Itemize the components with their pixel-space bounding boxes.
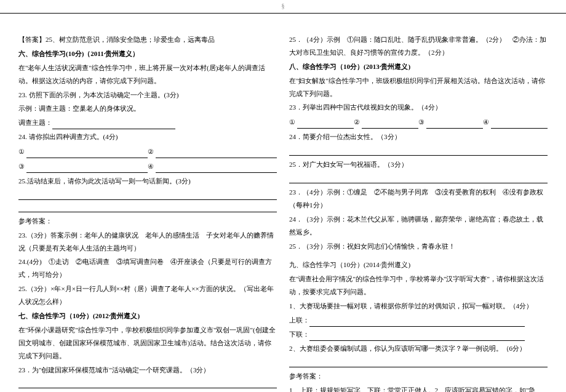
ref-23: 23.（3分）答案示例：老年人的健康状况 老年人的感情生活 子女对老年人的赡养情… (18, 229, 277, 255)
q23-c: 调查主题： (18, 116, 277, 129)
section-7-title: 七、综合性学习（10分）(2012·贵州遵义) (18, 310, 277, 322)
sec9-ref: 参考答案： (289, 370, 548, 383)
section-6-intro: 在"老年人生活状况调查"综合性学习中，班上将开展一次对本村(居)老年人的调查活动… (18, 62, 277, 87)
upper-label: 上联： (289, 316, 309, 324)
q23-b: 示例：调查主题：空巢老人的身体状况。 (18, 102, 277, 115)
q24: 24. 请你拟出四种调查方式。(4分) (18, 130, 277, 143)
num-1: ① (18, 145, 25, 158)
blank (26, 150, 148, 158)
sec8-a24: 24．（3分）示例：花木兰代父从军，驰骋疆场，鄙弃荣华，谢绝高官；春恋故土，载然… (289, 213, 548, 239)
blank-row-1: ① ② (18, 145, 277, 158)
blank (491, 120, 548, 129)
ref-25: 25.（3分）×年×月×日一行几人到××村（居）调查了老年人××方面的状况。（写… (18, 282, 277, 308)
section-9-intro: 在"调查社会用字情况"的综合性学习中，学校将举办"汉字听写大赛"，请你根据这次活… (289, 273, 548, 298)
blank-line (18, 190, 277, 200)
num-4: ④ (148, 160, 154, 173)
blank (156, 150, 277, 158)
sec8-a25: 25．（3分）示例：祝妇女同志们心情愉快，青春永驻！ (289, 240, 548, 253)
sec8-a23: 23．（4分）示例：①缠足 ②不能与男子同席 ③没有受教育的权利 ④没有参政权（… (289, 186, 548, 212)
blank (309, 318, 525, 327)
blank (297, 120, 354, 129)
sec9-q1: 1、大赛现场要挂一幅对联，请根据你所学过的对偶知识，拟写一幅对联。（4分） (289, 300, 548, 313)
num-2: ② (354, 116, 360, 129)
blank (426, 120, 483, 129)
ref-answers-title: 参考答案： (18, 215, 277, 228)
sec7-q23: 23．为"创建国家环保模范城市"活动确定一个研究课题。（3分） (18, 364, 277, 377)
ref-24: 24.(4分) ①走访 ②电话调查 ③填写调查问卷 ④开座谈会（只要是可行的调查… (18, 255, 277, 281)
section-9-title: 九、综合性学习（10分）(2014·贵州遵义) (289, 258, 548, 271)
blank (362, 120, 418, 129)
sec9-dn: 下联： (289, 328, 548, 341)
right-column: 25．（4分）示例 ①问题：随口乱吐、随手乱扔现象非常普遍。（2分） ②办法：加… (289, 32, 548, 392)
q25: 25.活动结束后，请你为此次活动写一则一句话新闻。(3分) (18, 175, 277, 188)
sec8-q24: 24．简要介绍一位杰出女性。（3分） (289, 130, 548, 143)
blank-line (52, 121, 175, 129)
sec7-a25: 25．（4分）示例 ①问题：随口乱吐、随手乱扔现象非常普遍。（2分） ②办法：加… (289, 33, 548, 59)
sec9-a1: 1、上联：规规矩矩写字、下联：堂堂正正做人。2、应该听写容易写错的字，如"急躁"… (289, 384, 548, 392)
section-6-title: 六、综合性学习(10分)（2011·贵州遵义） (18, 47, 277, 60)
num-2: ② (148, 145, 154, 158)
blank-line (289, 358, 548, 367)
blank-row-3: ① ② ③ ④ (289, 116, 548, 129)
blank-line (289, 174, 548, 183)
q23-a: 23. 仿照下面的示例，为本次活动确定一个主题。(3分) (18, 89, 277, 102)
blank-line (18, 378, 277, 388)
blank (156, 164, 277, 173)
blank-line (289, 146, 548, 156)
section-8-intro: 在"妇女解放"综合性学习中，班级积极组织同学们开展相关活动。结合这次活动，请你完… (289, 74, 548, 100)
sec8-q23: 23．列举出四种中国古代歧视妇女的现象。（4分） (289, 101, 548, 114)
num-1: ① (289, 116, 295, 129)
left-column: 【答案】25、树立防范意识，消除安全隐患；珍爱生命，远离毒品 六、综合性学习(1… (18, 32, 277, 392)
sec8-q25: 25．对广大妇女写一句祝福语。（3分） (289, 158, 548, 171)
lower-label: 下联： (289, 330, 309, 338)
blank (26, 164, 148, 173)
num-3: ③ (18, 160, 25, 173)
sec9-q2: 2、大赛组委会要编制试题，你认为应该听写哪一类汉字？举一例说明。（6分） (289, 342, 548, 355)
sec9-up: 上联： (289, 314, 548, 327)
num-3: ③ (418, 116, 424, 129)
num-4: ④ (483, 116, 489, 129)
answer-25: 【答案】25、树立防范意识，消除安全隐患；珍爱生命，远离毒品 (18, 33, 277, 46)
section-7-intro: 在"环保小课题研究"综合性学习中，学校积极组织同学参加遵义市"双创一巩固"(创建… (18, 324, 277, 362)
page-header-mark: § (0, 0, 566, 14)
blank-line (18, 202, 277, 212)
blank-row-2: ③ ④ (18, 160, 277, 173)
blank (309, 332, 525, 341)
survey-topic-label: 调查主题： (18, 119, 52, 126)
document-page: 【答案】25、树立防范意识，消除安全隐患；珍爱生命，远离毒品 六、综合性学习(1… (0, 20, 566, 392)
section-8-title: 八、综合性学习（10分）(2013·贵州遵义) (289, 60, 548, 73)
